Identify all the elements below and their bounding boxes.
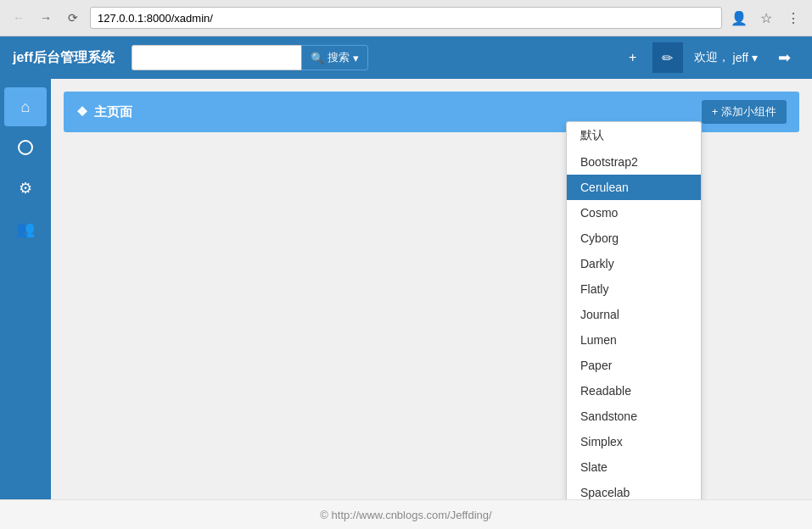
logout-icon: ➡ bbox=[778, 48, 791, 67]
navbar-right: + ✏ 欢迎， jeff ▾ ➡ bbox=[618, 42, 799, 73]
search-btn-label: 搜索 bbox=[328, 50, 350, 65]
welcome-text: 欢迎， bbox=[694, 50, 730, 65]
sidebar: ⌂ ⚙ 👥 bbox=[0, 79, 51, 499]
theme-item-flatly[interactable]: Flatly bbox=[567, 276, 701, 302]
chevron-down-icon: ▾ bbox=[353, 52, 359, 64]
forward-button[interactable]: → bbox=[36, 8, 56, 28]
theme-item-spacelab[interactable]: Spacelab bbox=[567, 480, 701, 499]
plus-button[interactable]: + bbox=[618, 42, 648, 73]
plus-icon: + bbox=[629, 50, 636, 65]
theme-item-cyborg[interactable]: Cyborg bbox=[567, 226, 701, 251]
sidebar-item-home[interactable]: ⌂ bbox=[4, 87, 47, 126]
search-icon: 🔍 bbox=[311, 52, 324, 64]
theme-item-paper[interactable]: Paper bbox=[567, 353, 701, 378]
theme-item-bootstrap2[interactable]: Bootstrap2 bbox=[567, 149, 701, 175]
users-icon: 👥 bbox=[16, 220, 35, 238]
footer-text: © http://www.cnblogs.com/Jeffding/ bbox=[320, 509, 491, 521]
pencil-icon: ✏ bbox=[662, 50, 673, 66]
menu-button[interactable]: ⋮ bbox=[783, 8, 804, 28]
back-button[interactable]: ← bbox=[8, 8, 29, 28]
user-dropdown[interactable]: 欢迎， jeff ▾ bbox=[687, 50, 764, 65]
top-navbar: jeff后台管理系统 🔍 搜索 ▾ + ✏ 欢迎， jeff ▾ ➡ bbox=[0, 36, 812, 79]
add-widget-button[interactable]: + 添加小组件 bbox=[702, 100, 787, 124]
search-button[interactable]: 🔍 搜索 ▾ bbox=[301, 45, 368, 70]
theme-item-default[interactable]: 默认 bbox=[567, 122, 701, 149]
pencil-button[interactable]: ✏ bbox=[652, 42, 683, 73]
page-title: 主页面 bbox=[94, 104, 132, 120]
profile-icon[interactable]: 👤 bbox=[729, 8, 749, 28]
sidebar-item-settings[interactable]: ⚙ bbox=[4, 169, 47, 208]
theme-dropdown: 默认Bootstrap2CeruleanCosmoCyborgDarklyFla… bbox=[566, 121, 702, 499]
refresh-button[interactable]: ⟳ bbox=[63, 8, 83, 28]
brand-title: jeff后台管理系统 bbox=[13, 49, 115, 67]
sidebar-item-users[interactable]: 👥 bbox=[4, 209, 47, 248]
footer: © http://www.cnblogs.com/Jeffding/ bbox=[0, 499, 812, 529]
theme-item-cerulean[interactable]: Cerulean bbox=[567, 175, 701, 200]
theme-item-cosmo[interactable]: Cosmo bbox=[567, 200, 701, 226]
search-input[interactable] bbox=[132, 45, 301, 70]
username: jeff bbox=[733, 51, 748, 64]
theme-item-darkly[interactable]: Darkly bbox=[567, 251, 701, 276]
chevron-down-icon: ▾ bbox=[752, 51, 758, 64]
search-container: 🔍 搜索 ▾ bbox=[132, 45, 368, 70]
page-header-title: ❖ 主页面 bbox=[76, 104, 132, 120]
gear-icon: ⚙ bbox=[19, 179, 32, 198]
theme-item-slate[interactable]: Slate bbox=[567, 454, 701, 480]
theme-item-simplex[interactable]: Simplex bbox=[567, 429, 701, 454]
theme-item-readable[interactable]: Readable bbox=[567, 378, 701, 404]
home-icon: ⌂ bbox=[21, 98, 31, 116]
logout-button[interactable]: ➡ bbox=[769, 42, 799, 73]
circle-icon bbox=[18, 140, 33, 155]
theme-item-lumen[interactable]: Lumen bbox=[567, 327, 701, 353]
address-bar[interactable] bbox=[90, 7, 722, 29]
content-area: ❖ 主页面 + 添加小组件 默认Bootstrap2CeruleanCosmoC… bbox=[51, 79, 812, 499]
dashboard-icon: ❖ bbox=[76, 104, 87, 120]
sidebar-item-circle[interactable] bbox=[4, 128, 47, 167]
star-button[interactable]: ☆ bbox=[756, 8, 776, 28]
add-widget-label: + 添加小组件 bbox=[712, 104, 776, 120]
theme-item-journal[interactable]: Journal bbox=[567, 302, 701, 327]
browser-chrome: ← → ⟳ 👤 ☆ ⋮ bbox=[0, 0, 812, 36]
main-area: ⌂ ⚙ 👥 ❖ 主页面 + 添加小组件 bbox=[0, 79, 812, 499]
theme-item-sandstone[interactable]: Sandstone bbox=[567, 404, 701, 429]
app-wrapper: jeff后台管理系统 🔍 搜索 ▾ + ✏ 欢迎， jeff ▾ ➡ bbox=[0, 36, 812, 529]
